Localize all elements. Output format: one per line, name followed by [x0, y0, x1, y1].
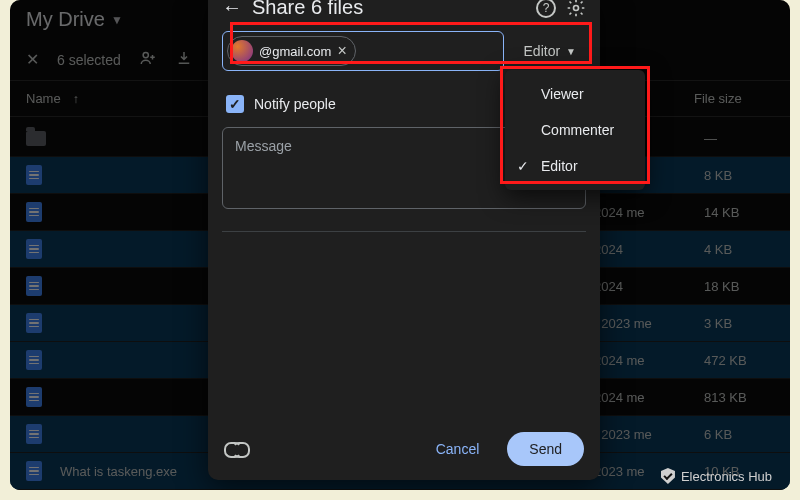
copy-link-icon[interactable] — [224, 442, 250, 456]
role-menu-item[interactable]: Viewer — [505, 76, 645, 112]
role-menu: ViewerCommenter✓Editor — [505, 70, 645, 190]
role-menu-item[interactable]: ✓Editor — [505, 148, 645, 184]
caret-down-icon: ▼ — [566, 46, 576, 57]
send-button[interactable]: Send — [507, 432, 584, 466]
check-icon: ✓ — [517, 158, 529, 174]
notify-label: Notify people — [254, 96, 336, 112]
notify-checkbox[interactable]: ✓ — [226, 95, 244, 113]
role-menu-item[interactable]: Commenter — [505, 112, 645, 148]
remove-recipient-icon[interactable]: × — [337, 42, 346, 60]
role-menu-label: Viewer — [541, 86, 584, 102]
cancel-button[interactable]: Cancel — [422, 433, 494, 465]
role-menu-label: Editor — [541, 158, 578, 174]
gear-icon[interactable] — [566, 0, 586, 18]
shield-icon — [661, 468, 675, 484]
role-dropdown-button[interactable]: Editor ▼ — [514, 37, 586, 65]
help-icon[interactable] — [536, 0, 556, 18]
role-menu-label: Commenter — [541, 122, 614, 138]
avatar — [231, 40, 253, 62]
back-icon[interactable]: ← — [222, 0, 242, 19]
recipient-chip[interactable]: @gmail.com × — [227, 36, 356, 66]
message-placeholder: Message — [235, 138, 292, 154]
role-label: Editor — [524, 43, 561, 59]
recipient-email: @gmail.com — [259, 44, 331, 59]
watermark-text: Electronics Hub — [681, 469, 772, 484]
dialog-title: Share 6 files — [252, 0, 526, 19]
recipient-input[interactable]: @gmail.com × — [222, 31, 504, 71]
divider — [222, 231, 586, 232]
watermark: Electronics Hub — [661, 468, 772, 484]
svg-point-1 — [574, 5, 579, 10]
